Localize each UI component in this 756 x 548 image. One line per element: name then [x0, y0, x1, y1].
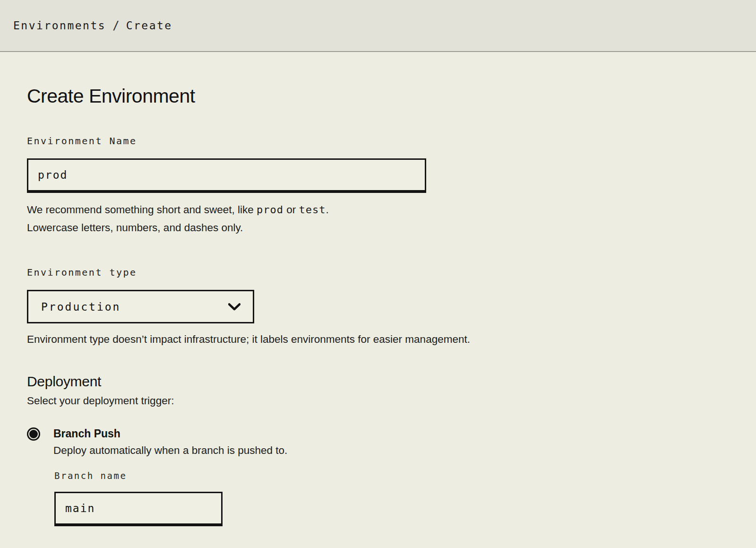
chevron-down-icon: [228, 303, 241, 311]
breadcrumb-environments[interactable]: Environments: [13, 19, 106, 32]
environment-name-input[interactable]: [27, 158, 426, 193]
help-text-line2: Lowercase letters, numbers, and dashes o…: [27, 222, 243, 234]
branch-name-input[interactable]: [54, 492, 223, 526]
environment-name-label: Environment Name: [27, 135, 729, 147]
branch-name-label: Branch name: [54, 470, 287, 481]
create-environment-form: Create Environment Environment Name We r…: [0, 86, 756, 526]
environment-type-help: Environment type doesn’t impact infrastr…: [27, 331, 641, 348]
branch-push-description: Deploy automatically when a branch is pu…: [53, 444, 287, 457]
branch-push-radio[interactable]: [27, 427, 40, 441]
deployment-option-branch-push: Branch Push Deploy automatically when a …: [27, 427, 729, 526]
environment-type-label: Environment type: [27, 267, 729, 278]
branch-push-option-body: Branch Push Deploy automatically when a …: [53, 427, 287, 526]
help-code-prod: prod: [257, 204, 284, 216]
branch-push-label[interactable]: Branch Push: [53, 427, 287, 440]
deployment-subheading: Select your deployment trigger:: [27, 395, 729, 407]
environment-type-select[interactable]: Production: [27, 290, 254, 323]
top-breadcrumb-bar: Environments / Create: [0, 0, 756, 52]
breadcrumb-create[interactable]: Create: [126, 19, 172, 32]
branch-name-field: Branch name: [54, 470, 287, 526]
page-title: Create Environment: [27, 86, 729, 107]
deployment-heading: Deployment: [27, 374, 729, 390]
help-text-part: or: [284, 204, 299, 216]
help-text-part: We recommend something short and sweet, …: [27, 204, 257, 216]
radio-selected-dot: [29, 430, 38, 438]
breadcrumb: Environments / Create: [13, 19, 172, 32]
environment-name-help: We recommend something short and sweet, …: [27, 201, 641, 237]
environment-type-value: Production: [41, 301, 120, 313]
help-code-test: test: [299, 204, 326, 216]
breadcrumb-separator: /: [112, 19, 119, 32]
help-text-part: .: [326, 204, 329, 216]
